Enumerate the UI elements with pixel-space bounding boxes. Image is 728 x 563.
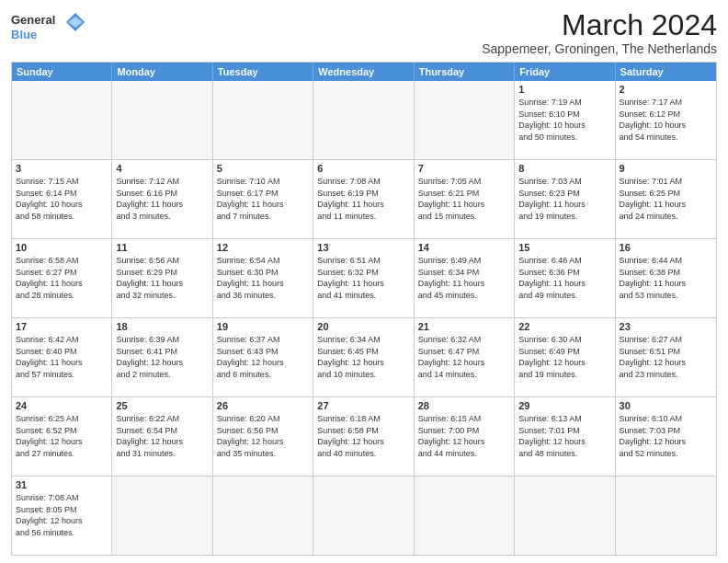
day-info: Sunrise: 6:20 AM Sunset: 6:56 PM Dayligh… [217, 413, 309, 459]
day-info: Sunrise: 6:15 AM Sunset: 7:00 PM Dayligh… [418, 413, 510, 459]
day-number: 6 [317, 163, 409, 174]
calendar-cell [415, 477, 515, 555]
header-tuesday: Tuesday [213, 63, 313, 81]
header-wednesday: Wednesday [313, 63, 414, 81]
day-info: Sunrise: 6:10 AM Sunset: 7:03 PM Dayligh… [620, 413, 712, 459]
day-number: 8 [518, 163, 610, 174]
day-number: 18 [116, 321, 208, 332]
day-number: 2 [620, 84, 712, 95]
calendar-cell: 4Sunrise: 7:12 AM Sunset: 6:16 PM Daylig… [112, 160, 212, 238]
day-number: 7 [418, 163, 510, 174]
calendar-cell [313, 81, 414, 159]
calendar-cell: 28Sunrise: 6:15 AM Sunset: 7:00 PM Dayli… [415, 397, 515, 476]
calendar-cell: 15Sunrise: 6:46 AM Sunset: 6:36 PM Dayli… [515, 239, 615, 317]
calendar-row: 31Sunrise: 7:08 AM Sunset: 8:05 PM Dayli… [12, 476, 716, 555]
svg-text:General: General [11, 13, 55, 27]
day-info: Sunrise: 7:01 AM Sunset: 6:25 PM Dayligh… [620, 176, 712, 222]
header-saturday: Saturday [616, 63, 716, 81]
calendar-cell: 25Sunrise: 6:22 AM Sunset: 6:54 PM Dayli… [112, 397, 212, 476]
calendar-cell [112, 81, 212, 159]
calendar-cell: 1Sunrise: 7:19 AM Sunset: 6:10 PM Daylig… [515, 81, 615, 159]
calendar-cell: 7Sunrise: 7:05 AM Sunset: 6:21 PM Daylig… [415, 160, 515, 238]
day-info: Sunrise: 6:39 AM Sunset: 6:41 PM Dayligh… [116, 334, 208, 380]
day-info: Sunrise: 6:25 AM Sunset: 6:52 PM Dayligh… [16, 413, 108, 459]
calendar-cell [213, 81, 313, 159]
day-info: Sunrise: 6:27 AM Sunset: 6:51 PM Dayligh… [620, 334, 712, 380]
day-number: 16 [620, 242, 712, 253]
day-number: 12 [217, 242, 309, 253]
day-number: 5 [217, 163, 309, 174]
calendar-cell: 5Sunrise: 7:10 AM Sunset: 6:17 PM Daylig… [213, 160, 313, 238]
day-info: Sunrise: 6:30 AM Sunset: 6:49 PM Dayligh… [518, 334, 610, 380]
calendar-cell: 13Sunrise: 6:51 AM Sunset: 6:32 PM Dayli… [313, 239, 414, 317]
calendar-cell: 16Sunrise: 6:44 AM Sunset: 6:38 PM Dayli… [616, 239, 716, 317]
day-info: Sunrise: 6:34 AM Sunset: 6:45 PM Dayligh… [317, 334, 409, 380]
day-number: 19 [217, 321, 309, 332]
day-number: 23 [620, 321, 712, 332]
calendar-header: Sunday Monday Tuesday Wednesday Thursday… [12, 63, 716, 81]
calendar-cell: 3Sunrise: 7:15 AM Sunset: 6:14 PM Daylig… [12, 160, 112, 238]
day-number: 27 [317, 400, 409, 411]
day-number: 14 [418, 242, 510, 253]
day-number: 22 [518, 321, 610, 332]
day-number: 29 [518, 400, 610, 411]
calendar-cell: 8Sunrise: 7:03 AM Sunset: 6:23 PM Daylig… [515, 160, 615, 238]
day-info: Sunrise: 6:44 AM Sunset: 6:38 PM Dayligh… [620, 255, 712, 301]
day-info: Sunrise: 7:10 AM Sunset: 6:17 PM Dayligh… [217, 176, 309, 222]
calendar-row: 1Sunrise: 7:19 AM Sunset: 6:10 PM Daylig… [12, 81, 716, 159]
calendar: Sunday Monday Tuesday Wednesday Thursday… [11, 62, 717, 556]
calendar-cell: 2Sunrise: 7:17 AM Sunset: 6:12 PM Daylig… [616, 81, 716, 159]
header-friday: Friday [515, 63, 615, 81]
day-number: 15 [518, 242, 610, 253]
day-info: Sunrise: 6:49 AM Sunset: 6:34 PM Dayligh… [418, 255, 510, 301]
day-info: Sunrise: 6:18 AM Sunset: 6:58 PM Dayligh… [317, 413, 409, 459]
day-number: 25 [116, 400, 208, 411]
day-info: Sunrise: 7:19 AM Sunset: 6:10 PM Dayligh… [518, 97, 610, 143]
day-info: Sunrise: 7:03 AM Sunset: 6:23 PM Dayligh… [518, 176, 610, 222]
calendar-cell [415, 81, 515, 159]
header-monday: Monday [112, 63, 212, 81]
calendar-cell: 31Sunrise: 7:08 AM Sunset: 8:05 PM Dayli… [12, 477, 112, 555]
day-number: 28 [418, 400, 510, 411]
calendar-cell: 21Sunrise: 6:32 AM Sunset: 6:47 PM Dayli… [415, 318, 515, 396]
calendar-cell [313, 477, 414, 555]
calendar-cell: 11Sunrise: 6:56 AM Sunset: 6:29 PM Dayli… [112, 239, 212, 317]
calendar-row: 3Sunrise: 7:15 AM Sunset: 6:14 PM Daylig… [12, 159, 716, 238]
day-info: Sunrise: 6:22 AM Sunset: 6:54 PM Dayligh… [116, 413, 208, 459]
day-info: Sunrise: 6:46 AM Sunset: 6:36 PM Dayligh… [518, 255, 610, 301]
logo: General Blue [11, 9, 85, 46]
day-number: 3 [16, 163, 108, 174]
day-info: Sunrise: 7:08 AM Sunset: 6:19 PM Dayligh… [317, 176, 409, 222]
calendar-cell: 12Sunrise: 6:54 AM Sunset: 6:30 PM Dayli… [213, 239, 313, 317]
calendar-cell: 9Sunrise: 7:01 AM Sunset: 6:25 PM Daylig… [616, 160, 716, 238]
day-info: Sunrise: 6:54 AM Sunset: 6:30 PM Dayligh… [217, 255, 309, 301]
calendar-cell: 23Sunrise: 6:27 AM Sunset: 6:51 PM Dayli… [616, 318, 716, 396]
day-number: 9 [620, 163, 712, 174]
day-info: Sunrise: 6:32 AM Sunset: 6:47 PM Dayligh… [418, 334, 510, 380]
day-number: 20 [317, 321, 409, 332]
calendar-cell: 26Sunrise: 6:20 AM Sunset: 6:56 PM Dayli… [213, 397, 313, 476]
day-number: 10 [16, 242, 108, 253]
logo-svg: General Blue [11, 9, 85, 46]
header: General Blue March 2024 Sappemeer, Groni… [11, 9, 717, 56]
day-info: Sunrise: 7:15 AM Sunset: 6:14 PM Dayligh… [16, 176, 108, 222]
day-info: Sunrise: 6:13 AM Sunset: 7:01 PM Dayligh… [518, 413, 610, 459]
day-info: Sunrise: 6:58 AM Sunset: 6:27 PM Dayligh… [16, 255, 108, 301]
day-number: 21 [418, 321, 510, 332]
calendar-body: 1Sunrise: 7:19 AM Sunset: 6:10 PM Daylig… [12, 81, 716, 555]
header-thursday: Thursday [415, 63, 515, 81]
calendar-cell: 30Sunrise: 6:10 AM Sunset: 7:03 PM Dayli… [616, 397, 716, 476]
calendar-cell: 19Sunrise: 6:37 AM Sunset: 6:43 PM Dayli… [213, 318, 313, 396]
day-info: Sunrise: 7:12 AM Sunset: 6:16 PM Dayligh… [116, 176, 208, 222]
calendar-cell: 24Sunrise: 6:25 AM Sunset: 6:52 PM Dayli… [12, 397, 112, 476]
calendar-cell: 27Sunrise: 6:18 AM Sunset: 6:58 PM Dayli… [313, 397, 414, 476]
calendar-row: 24Sunrise: 6:25 AM Sunset: 6:52 PM Dayli… [12, 396, 716, 476]
title-block: March 2024 Sappemeer, Groningen, The Net… [482, 9, 717, 56]
calendar-subtitle: Sappemeer, Groningen, The Netherlands [482, 41, 717, 56]
calendar-cell: 10Sunrise: 6:58 AM Sunset: 6:27 PM Dayli… [12, 239, 112, 317]
day-number: 30 [620, 400, 712, 411]
day-number: 26 [217, 400, 309, 411]
day-info: Sunrise: 7:05 AM Sunset: 6:21 PM Dayligh… [418, 176, 510, 222]
calendar-cell: 29Sunrise: 6:13 AM Sunset: 7:01 PM Dayli… [515, 397, 615, 476]
calendar-cell [213, 477, 313, 555]
